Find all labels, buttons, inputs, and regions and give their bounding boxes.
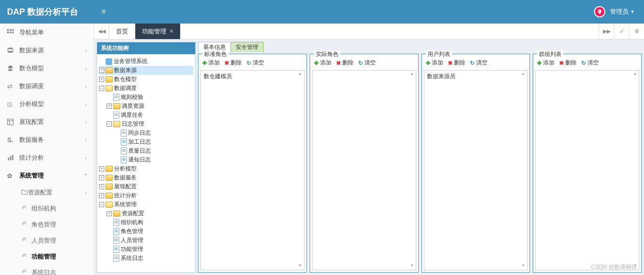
add-button[interactable]: ✚添加 bbox=[202, 59, 220, 67]
refresh-icon: ↻ bbox=[581, 60, 586, 66]
sidebar-item-5[interactable]: 展现配置‹ bbox=[0, 113, 94, 131]
sidebar-subitem-0[interactable]: 资源配置‹ bbox=[17, 185, 94, 201]
scroll-up-icon[interactable]: ▴ bbox=[632, 72, 638, 77]
sidebar-item-6[interactable]: S.数据服务‹ bbox=[0, 131, 94, 149]
tree-label: 同步日志 bbox=[128, 129, 151, 137]
clear-button[interactable]: ↻清空 bbox=[358, 59, 376, 67]
page-icon bbox=[121, 138, 127, 146]
sidebar-item-4[interactable]: ⊡分析模型‹ bbox=[0, 95, 94, 113]
tree-node[interactable]: −日志管理 bbox=[99, 120, 193, 129]
scroll-up-icon[interactable]: ▴ bbox=[409, 72, 415, 77]
tree-node[interactable]: 通知日志 bbox=[99, 155, 193, 164]
delete-button[interactable]: ✖删除 bbox=[224, 59, 242, 67]
collapse-icon[interactable]: − bbox=[99, 86, 104, 91]
scroll-up-icon[interactable]: ▴ bbox=[297, 72, 303, 77]
list-item[interactable]: 数据来源员 bbox=[427, 73, 525, 81]
sidebar-item-3[interactable]: ⇄数据调度‹ bbox=[0, 77, 94, 95]
sidebar-item-2[interactable]: 数仓模型‹ bbox=[0, 59, 94, 77]
panel-legend: 群组列表 bbox=[537, 50, 563, 58]
delete-button[interactable]: ✖删除 bbox=[448, 59, 465, 67]
folder-closed-icon bbox=[106, 76, 113, 82]
tree-node[interactable]: 规则校验 bbox=[99, 93, 193, 102]
tree-node[interactable]: +数仓模型 bbox=[99, 75, 193, 84]
gear-icon[interactable]: ⚙ bbox=[629, 24, 644, 39]
tree-node[interactable]: +数据来源 bbox=[99, 66, 193, 75]
tree-node[interactable]: 调度任务 bbox=[99, 111, 193, 120]
tree-node[interactable]: −数据调度 bbox=[99, 84, 193, 93]
collapse-icon[interactable]: − bbox=[107, 121, 112, 127]
clear-button[interactable]: ↻清空 bbox=[247, 59, 264, 67]
tree-node[interactable]: +资源配置 bbox=[99, 209, 193, 218]
tab-function-mgmt[interactable]: 功能管理 ✕ bbox=[135, 24, 181, 39]
tree-node[interactable]: +统计分析 bbox=[99, 191, 193, 200]
tree-node[interactable]: 人员管理 bbox=[99, 236, 193, 245]
sidebar-sub-label: 组织机构 bbox=[32, 204, 56, 213]
expand-icon[interactable]: + bbox=[99, 77, 104, 82]
sidebar-icon: S. bbox=[7, 136, 15, 144]
tabs-next-icon[interactable]: ▶▶ bbox=[599, 24, 614, 39]
expand-icon[interactable]: + bbox=[99, 175, 104, 180]
panel-list[interactable]: ▴▾ bbox=[535, 70, 639, 270]
panel-list[interactable]: ▴▾ bbox=[312, 70, 416, 270]
sidebar-item-7[interactable]: 统计分析‹ bbox=[0, 149, 94, 167]
sidebar-subitem-4[interactable]: 功能管理 bbox=[17, 249, 94, 265]
tree-node[interactable]: 系统日志 bbox=[99, 254, 193, 263]
tree-node[interactable]: +数据服务 bbox=[99, 173, 193, 182]
expand-icon[interactable]: + bbox=[99, 193, 104, 198]
tree-node[interactable]: 同步日志 bbox=[99, 129, 193, 138]
scroll-down-icon[interactable]: ▾ bbox=[297, 263, 303, 269]
collapse-icon[interactable]: − bbox=[99, 202, 104, 207]
scroll-down-icon[interactable]: ▾ bbox=[520, 263, 526, 269]
sidebar-label: 数仓模型 bbox=[19, 64, 44, 73]
sidebar-item-1[interactable]: 数据来源‹ bbox=[0, 41, 94, 59]
folder-open-icon bbox=[106, 85, 113, 91]
tree-node[interactable]: 质量日志 bbox=[99, 146, 193, 155]
scroll-down-icon[interactable]: ▾ bbox=[409, 263, 415, 269]
delete-icon: ✖ bbox=[336, 60, 341, 66]
sidebar-item-8[interactable]: ✿系统管理˅ bbox=[0, 167, 94, 185]
tree-node[interactable]: 角色管理 bbox=[99, 227, 193, 236]
tree-node[interactable]: 功能管理 bbox=[99, 245, 193, 254]
tree-node[interactable]: 业务管理系统 bbox=[99, 57, 193, 66]
sidebar-item-0[interactable]: 导航菜单 bbox=[0, 24, 94, 41]
tree-node[interactable]: +展现配置 bbox=[99, 182, 193, 191]
tabs-prev-icon[interactable]: ◀◀ bbox=[94, 24, 109, 39]
add-button[interactable]: ✚添加 bbox=[314, 59, 331, 67]
expand-icon[interactable]: + bbox=[107, 211, 112, 216]
tree-node[interactable]: +调度资源 bbox=[99, 102, 193, 111]
clear-button[interactable]: ↻清空 bbox=[470, 59, 487, 67]
tree-label: 数仓模型 bbox=[114, 75, 137, 83]
sidebar-subitem-2[interactable]: 角色管理 bbox=[17, 217, 94, 233]
user-label: 管理员 bbox=[610, 8, 628, 16]
scroll-up-icon[interactable]: ▴ bbox=[520, 72, 526, 77]
tree-node[interactable]: 加工日志 bbox=[99, 138, 193, 146]
svg-rect-3 bbox=[7, 32, 9, 33]
tree-node[interactable]: +分析模型 bbox=[99, 164, 193, 173]
panel-list[interactable]: 数仓建模员▴▾ bbox=[200, 70, 305, 270]
delete-button[interactable]: ✖删除 bbox=[336, 59, 354, 67]
expand-icon[interactable]: + bbox=[99, 184, 104, 189]
add-button[interactable]: ✚添加 bbox=[537, 59, 554, 67]
tab-home[interactable]: 首页 bbox=[109, 24, 135, 39]
tab-security-mgmt[interactable]: 安全管理 bbox=[231, 42, 264, 52]
expand-icon[interactable]: + bbox=[99, 166, 104, 171]
list-item[interactable]: 数仓建模员 bbox=[204, 73, 301, 81]
user-menu[interactable]: 管理员 ▼ bbox=[610, 8, 635, 16]
expand-icon[interactable]: + bbox=[99, 68, 104, 73]
panel-list[interactable]: 数据来源员▴▾ bbox=[424, 70, 528, 270]
expand-icon[interactable]: + bbox=[107, 104, 112, 109]
close-icon[interactable]: ✕ bbox=[169, 28, 173, 34]
leaf-icon bbox=[21, 269, 32, 275]
tree-node[interactable]: 组织机构 bbox=[99, 218, 193, 227]
add-button[interactable]: ✚添加 bbox=[426, 59, 443, 67]
sidebar-subitem-3[interactable]: 人员管理 bbox=[17, 233, 94, 249]
clear-button[interactable]: ↻清空 bbox=[581, 59, 599, 67]
tree-node[interactable]: −系统管理 bbox=[99, 200, 193, 209]
location-icon[interactable] bbox=[594, 6, 605, 17]
sidebar-subitem-1[interactable]: 组织机构 bbox=[17, 201, 94, 217]
delete-button[interactable]: ✖删除 bbox=[559, 59, 577, 67]
sidebar-subitem-5[interactable]: 系统日志 bbox=[17, 265, 94, 275]
fullscreen-icon[interactable]: ⤢ bbox=[614, 24, 629, 39]
menu-toggle-icon[interactable]: ≡ bbox=[101, 8, 106, 16]
delete-icon: ✖ bbox=[224, 60, 229, 66]
